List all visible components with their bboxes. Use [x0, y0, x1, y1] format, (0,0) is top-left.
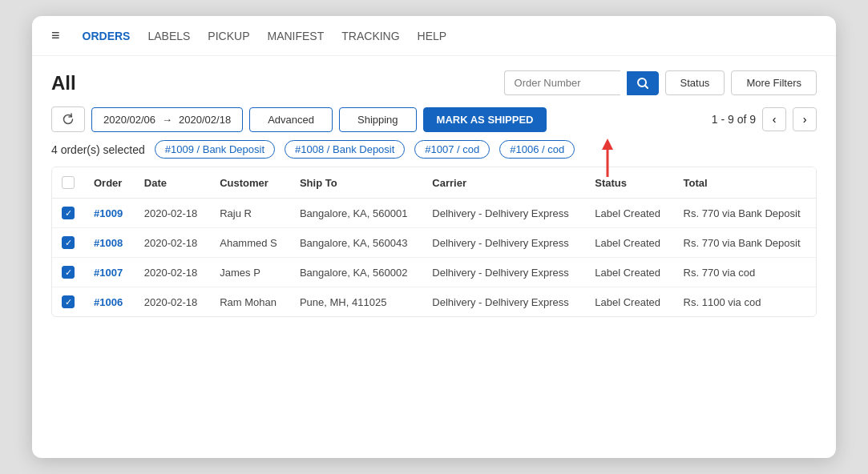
table-row: #1008 2020-02-18 Ahammed S Bangalore, KA…	[52, 228, 816, 258]
top-row: All Status More Filters	[51, 70, 817, 95]
nav-orders[interactable]: ORDERS	[83, 30, 131, 42]
date-arrow-icon: →	[162, 114, 172, 126]
row-customer-3: Ram Mohan	[210, 287, 290, 317]
row-checkbox-1[interactable]	[62, 236, 75, 249]
row-checkbox-cell-3[interactable]	[52, 287, 84, 317]
row-total-0: Rs. 770 via Bank Deposit	[674, 199, 816, 228]
order-link-3[interactable]: #1006	[94, 296, 123, 308]
shipping-button[interactable]: Shipping	[339, 107, 417, 132]
row-order-2: #1007	[84, 258, 135, 287]
row-checkbox-cell-2[interactable]	[52, 258, 84, 287]
row-customer-1: Ahammed S	[210, 228, 290, 258]
refresh-button[interactable]	[51, 106, 85, 132]
svg-marker-3	[602, 139, 613, 150]
date-range-button[interactable]: 2020/02/06 → 2020/02/18	[91, 107, 243, 132]
date-from: 2020/02/06	[103, 114, 155, 126]
nav-manifest[interactable]: MANIFEST	[267, 30, 324, 42]
nav-pickup[interactable]: PICKUP	[208, 30, 249, 42]
search-button[interactable]	[627, 71, 659, 95]
status-button[interactable]: Status	[665, 70, 725, 95]
red-arrow-icon	[596, 137, 619, 179]
row-checkbox-cell-1[interactable]	[52, 228, 84, 258]
row-status-3: Label Created	[585, 287, 673, 317]
row-date-2: 2020-02-18	[135, 258, 210, 287]
row-date-1: 2020-02-18	[135, 228, 210, 258]
next-page-button[interactable]: ›	[793, 107, 817, 131]
selected-info: 4 order(s) selected #1009 / Bank Deposit…	[51, 140, 817, 159]
order-tag-1008: #1008 / Bank Deposit	[285, 140, 405, 159]
order-link-0[interactable]: #1009	[94, 207, 123, 219]
row-ship-to-0: Bangalore, KA, 560001	[290, 199, 422, 228]
row-checkbox-cell-0[interactable]	[52, 199, 84, 228]
nav-tracking[interactable]: TRACKING	[341, 30, 399, 42]
orders-table-wrapper: Order Date Customer Ship To Carrier Stat…	[51, 167, 817, 317]
order-tag-1006: #1006 / cod	[499, 140, 575, 159]
refresh-icon	[62, 113, 75, 126]
row-customer-2: James P	[210, 258, 290, 287]
table-row: #1009 2020-02-18 Raju R Bangalore, KA, 5…	[52, 199, 816, 228]
row-checkbox-3[interactable]	[62, 295, 75, 308]
action-bar: 2020/02/06 → 2020/02/18 Advanced Shippin…	[51, 106, 817, 132]
row-order-3: #1006	[84, 287, 135, 317]
header-date: Date	[135, 167, 210, 199]
navbar: ≡ ORDERS LABELS PICKUP MANIFEST TRACKING…	[32, 16, 836, 56]
date-to: 2020/02/18	[179, 114, 231, 126]
prev-page-button[interactable]: ‹	[762, 107, 786, 131]
pagination-info: 1 - 9 of 9 ‹ ›	[712, 107, 817, 131]
header-ship-to: Ship To	[290, 167, 422, 199]
orders-table: Order Date Customer Ship To Carrier Stat…	[52, 167, 816, 316]
nav-links: ORDERS LABELS PICKUP MANIFEST TRACKING H…	[83, 30, 447, 42]
more-filters-button[interactable]: More Filters	[731, 70, 817, 95]
nav-labels[interactable]: LABELS	[147, 30, 190, 42]
app-window: ≡ ORDERS LABELS PICKUP MANIFEST TRACKING…	[32, 16, 836, 458]
row-carrier-3: Delhivery - Delhivery Express	[422, 287, 585, 317]
action-bar-wrapper: 2020/02/06 → 2020/02/18 Advanced Shippin…	[51, 106, 817, 132]
row-carrier-1: Delhivery - Delhivery Express	[422, 228, 585, 258]
row-status-0: Label Created	[585, 199, 673, 228]
row-total-3: Rs. 1100 via cod	[674, 287, 816, 317]
order-link-1[interactable]: #1008	[94, 237, 123, 249]
row-total-2: Rs. 770 via cod	[674, 258, 816, 287]
filter-area: Status More Filters	[504, 70, 817, 95]
search-icon	[637, 78, 648, 89]
row-date-3: 2020-02-18	[135, 287, 210, 317]
pagination-text: 1 - 9 of 9	[712, 113, 756, 126]
row-carrier-0: Delhivery - Delhivery Express	[422, 199, 585, 228]
row-total-1: Rs. 770 via Bank Deposit	[674, 228, 816, 258]
order-number-input[interactable]	[504, 70, 620, 95]
select-all-checkbox[interactable]	[62, 176, 75, 189]
row-customer-0: Raju R	[210, 199, 290, 228]
order-tag-1009: #1009 / Bank Deposit	[155, 140, 275, 159]
svg-line-1	[644, 85, 647, 87]
order-link-2[interactable]: #1007	[94, 267, 123, 279]
table-header-row: Order Date Customer Ship To Carrier Stat…	[52, 167, 816, 199]
arrow-annotation	[596, 137, 619, 179]
row-checkbox-2[interactable]	[62, 266, 75, 279]
header-order: Order	[84, 167, 135, 199]
header-total: Total	[674, 167, 816, 199]
selected-count: 4 order(s) selected	[51, 143, 145, 156]
row-order-0: #1009	[84, 199, 135, 228]
header-customer: Customer	[210, 167, 290, 199]
nav-help[interactable]: HELP	[418, 30, 447, 42]
header-checkbox[interactable]	[52, 167, 84, 199]
row-ship-to-1: Bangalore, KA, 560043	[290, 228, 422, 258]
table-row: #1006 2020-02-18 Ram Mohan Pune, MH, 411…	[52, 287, 816, 317]
row-checkbox-0[interactable]	[62, 207, 75, 219]
row-order-1: #1008	[84, 228, 135, 258]
order-tag-1007: #1007 / cod	[414, 140, 490, 159]
main-content: All Status More Filters	[32, 56, 836, 331]
row-carrier-2: Delhivery - Delhivery Express	[422, 258, 585, 287]
row-status-2: Label Created	[585, 258, 673, 287]
hamburger-icon[interactable]: ≡	[51, 27, 60, 44]
table-row: #1007 2020-02-18 James P Bangalore, KA, …	[52, 258, 816, 287]
advanced-button[interactable]: Advanced	[249, 107, 333, 132]
row-date-0: 2020-02-18	[135, 199, 210, 228]
row-ship-to-3: Pune, MH, 411025	[290, 287, 422, 317]
header-carrier: Carrier	[422, 167, 585, 199]
row-ship-to-2: Bangalore, KA, 560002	[290, 258, 422, 287]
row-status-1: Label Created	[585, 228, 673, 258]
page-title: All	[51, 72, 504, 94]
mark-shipped-button[interactable]: MARK AS SHIPPED	[423, 107, 547, 132]
